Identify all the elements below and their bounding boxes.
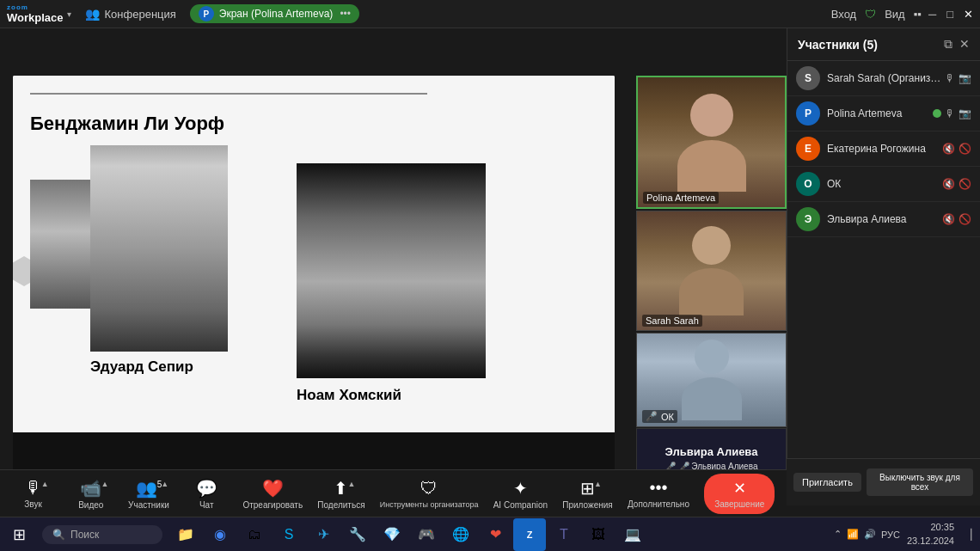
conference-label: Конференция (105, 8, 176, 21)
polina-info: Polina Artemeva (827, 107, 933, 119)
windows-taskbar: ⊞ 🔍 Поиск 📁 ◉ 🗂 S ✈ 🔧 💎 🎮 🌐 ❤ Z T 🖼 💻 ⌃ … (0, 517, 980, 551)
taskbar-teams[interactable]: T (548, 518, 580, 551)
mic-arrow: ▲ (41, 480, 49, 488)
taskbar-file-explorer[interactable]: 📁 (169, 518, 202, 551)
right-person-group: Ноам Хомский (297, 163, 503, 471)
person2-label: Эдуард Сепир (90, 358, 271, 376)
sarah-controls: 🎙 📷 (945, 72, 971, 84)
tray-network[interactable]: 📶 (847, 529, 859, 540)
elvira-title: Эльвира Алиева (665, 445, 758, 458)
signin-label[interactable]: Вход (831, 8, 856, 21)
sarah-mic-icon: 🎙 (945, 72, 955, 84)
react-button[interactable]: ❤️ Отреагировать (242, 478, 303, 510)
maximize-button[interactable]: □ (946, 8, 953, 21)
taskbar-telegram[interactable]: ✈ (307, 518, 340, 551)
participant-ok[interactable]: О ОК 🔇 🚫 (787, 167, 980, 202)
share-icon: ⬆▲ (334, 478, 348, 499)
left-person-group: Бенджамин Ли Уорф Эдуард Сепир (30, 112, 271, 471)
end-label: Завершение (714, 499, 764, 509)
close-button[interactable]: ✕ (964, 8, 973, 21)
window-controls: ─ □ ✕ (928, 8, 973, 21)
app-dropdown-arrow[interactable]: ▾ (67, 9, 71, 19)
taskbar-app2[interactable]: 💎 (376, 518, 408, 551)
participants-button[interactable]: 👥5 ▲ Участники (127, 478, 170, 510)
screen-more-icon[interactable]: ••• (340, 8, 351, 20)
participant-elvira[interactable]: Э Эльвира Алиева 🔇 🚫 (787, 202, 980, 237)
panel-header: Участники (5) ⧉ ✕ (787, 28, 980, 61)
apps-arrow: ▲ (594, 480, 602, 488)
participant-sarah[interactable]: S Sarah Sarah (Организатор, я) 🎙 📷 (787, 61, 980, 96)
ekaterina-video-muted-icon: 🚫 (959, 143, 971, 155)
video-arrow: ▲ (101, 480, 108, 488)
panel-title: Участники (5) (798, 38, 878, 52)
react-icon: ❤️ (262, 478, 284, 499)
slide-top-line (30, 93, 427, 95)
shield-icon: 🛡 (865, 8, 876, 21)
polina-avatar-small: P (199, 6, 214, 21)
taskbar-app3[interactable]: 🎮 (410, 518, 443, 551)
end-meeting-button[interactable]: ✕ Завершение (704, 474, 775, 514)
person3-label: Ноам Хомский (297, 387, 503, 404)
lang-indicator[interactable]: РУС (881, 530, 900, 540)
sarah-video-tile: Sarah Sarah (636, 211, 787, 331)
chat-icon: 💬 (196, 478, 217, 499)
top-bar: zoom Workplace ▾ 👥 Конференция P Экран (… (0, 0, 980, 28)
invite-button[interactable]: Пригласить (793, 473, 861, 492)
participants-icon: 👥5 ▲ (136, 478, 162, 499)
screen-pill[interactable]: P Экран (Polina Artemeva) ••• (190, 4, 359, 23)
participants-arrow: ▲ (161, 480, 168, 488)
show-desktop-button[interactable]: ▕ (954, 529, 980, 541)
tray-arrow[interactable]: ⌃ (834, 529, 842, 540)
system-clock[interactable]: 20:35 23.12.2024 (907, 521, 954, 548)
sound-button[interactable]: 🎙▲ Звук (12, 478, 55, 509)
participant-ekaterina[interactable]: Е Екатерина Рогожина 🔇 🚫 (787, 132, 980, 167)
more-label: Дополнительно (628, 499, 689, 509)
start-button[interactable]: ⊞ (0, 517, 39, 552)
ok-avatar (682, 340, 742, 420)
conference-icon: 👥 (85, 7, 100, 21)
taskbar-app5[interactable]: ❤ (479, 518, 511, 551)
monitor-icon: ▪▪ (914, 8, 922, 21)
taskbar-zoom[interactable]: Z (513, 518, 546, 551)
apps-icon: ⊞▲ (580, 478, 595, 499)
view-label[interactable]: Вид (885, 8, 905, 21)
sarah-avatar-icon: S (796, 66, 820, 90)
taskbar-search[interactable]: 🔍 Поиск (42, 525, 162, 544)
main-area: Бенджамин Ли Уорф Эдуард Сепир (0, 28, 980, 551)
topbar-right-controls: Вход 🛡 Вид ▪▪ (831, 8, 922, 21)
minimize-button[interactable]: ─ (928, 8, 936, 21)
more-button[interactable]: ••• Дополнительно (628, 478, 689, 509)
sound-label: Звук (24, 499, 42, 509)
sarah-avatar (679, 226, 744, 315)
person2-photo (90, 145, 228, 352)
taskbar-app6[interactable]: 🖼 (582, 518, 615, 551)
mic-icon: 🎙▲ (25, 478, 42, 498)
video-button[interactable]: 📹▲ Видео (70, 478, 113, 510)
polina-mic-icon: 🎙 (945, 107, 955, 119)
taskbar-folder[interactable]: 🗂 (238, 518, 271, 551)
participant-polina[interactable]: P Polina Artemeva 🎙 📷 (787, 96, 980, 132)
mute-all-button[interactable]: Выключить звук для всех (867, 468, 973, 496)
zoom-logo: zoom Workplace (7, 3, 64, 24)
chat-button[interactable]: 💬 Чат (185, 478, 228, 510)
taskbar-skype[interactable]: S (273, 518, 305, 551)
taskbar-pinned-apps: 📁 ◉ 🗂 S ✈ 🔧 💎 🎮 🌐 ❤ Z T 🖼 💻 (169, 518, 834, 551)
video-label: Видео (78, 500, 103, 510)
org-tools-button[interactable]: 🛡 Инструменты организатора (380, 479, 479, 509)
taskbar-explorer2[interactable]: 💻 (616, 518, 649, 551)
close-panel-icon[interactable]: ✕ (959, 37, 970, 52)
main-toolbar: 🎙▲ Звук 📹▲ Видео 👥5 ▲ Участники 💬 Чат ❤️… (0, 469, 787, 517)
pop-out-icon[interactable]: ⧉ (944, 37, 952, 52)
ekaterina-info: Екатерина Рогожина (827, 143, 942, 155)
taskbar-chrome[interactable]: ◉ (204, 518, 236, 551)
apps-button[interactable]: ⊞▲ Приложения (562, 478, 613, 510)
polina-tile-name: Polina Artemeva (643, 192, 719, 204)
ai-label: AI Companion (493, 500, 548, 510)
taskbar-app4[interactable]: 🌐 (444, 518, 477, 551)
share-button[interactable]: ⬆▲ Поделиться (317, 478, 364, 510)
participants-list: S Sarah Sarah (Организатор, я) 🎙 📷 P Pol… (787, 61, 980, 505)
ai-companion-button[interactable]: ✦ AI Companion (493, 478, 548, 510)
tray-sound[interactable]: 🔊 (864, 529, 876, 540)
panel-header-icons: ⧉ ✕ (944, 37, 970, 52)
taskbar-app1[interactable]: 🔧 (341, 518, 374, 551)
